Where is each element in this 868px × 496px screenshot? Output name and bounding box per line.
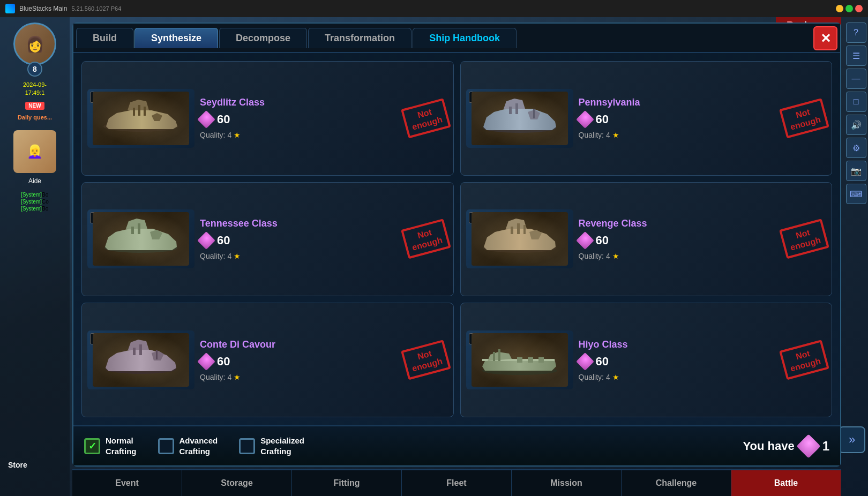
left-sidebar: 👩 8 2024-09-17:49:1 NEW Daily ques... 👱‍… [0,17,70,496]
maximize-button[interactable] [845,5,853,12]
gem-icon-6 [576,352,594,371]
quality-label-5: Quality: [200,373,225,381]
tab-ship-handbook[interactable]: Ship Handbook [413,28,517,48]
cost-row-5: 60 [200,355,448,369]
ship-card-2[interactable]: BB P [460,61,833,176]
gem-icon-3 [197,231,215,250]
normal-crafting-option[interactable]: ✓ NormalCrafting [84,435,137,456]
star-6: ★ [612,373,619,381]
ship-info-6: Hiyo Class 60 Quality: 4 ★ [579,339,827,381]
help-icon[interactable]: ? [846,22,866,43]
cost-number-1: 60 [217,112,230,126]
sound-icon[interactable]: 🔊 [846,115,866,135]
ship-card-4[interactable]: BB R [460,182,833,297]
daily-quest-label[interactable]: Daily ques... [18,114,52,121]
ship-image-3: BB [87,209,194,268]
ship-name-3: Tennessee Class [200,218,448,229]
normal-crafting-checkbox[interactable]: ✓ [84,438,100,454]
close-panel-button[interactable]: ✕ [813,26,837,50]
store-button[interactable]: Store [8,461,27,469]
expand-icon[interactable]: □ [846,92,866,112]
quality-value-2: 4 [606,131,610,139]
svg-rect-17 [139,344,142,355]
svg-rect-14 [523,225,526,234]
quality-value-5: 4 [227,373,231,381]
nav-storage-label: Storage [221,478,253,488]
specialized-crafting-checkbox[interactable] [239,438,255,454]
player-avatar[interactable]: 👩 [13,22,56,65]
ship-svg-1 [98,97,184,140]
tab-synthesize[interactable]: Synthesize [134,28,218,48]
ship-svg-2 [477,97,563,140]
ship-grid: BC S [73,53,840,425]
window-controls [836,5,863,12]
ship-card-1[interactable]: BC S [81,61,454,176]
quality-row-1: Quality: 4 ★ [200,131,448,139]
nav-mission[interactable]: Mission [512,470,622,496]
tab-ship-handbook-label: Ship Handbook [429,33,500,43]
menu-icon[interactable]: ☰ [846,46,866,66]
minimize-icon[interactable]: — [846,69,866,89]
ship-svg-3 [98,217,184,260]
quality-label-2: Quality: [579,131,604,139]
svg-rect-21 [493,352,495,361]
cost-row-1: 60 [200,112,448,126]
player-level: 8 [27,62,42,77]
star-1: ★ [234,131,241,139]
nav-battle-label: Battle [774,478,798,488]
ship-info-3: Tennessee Class 60 Quality: 4 ★ [200,218,448,260]
cost-row-6: 60 [579,355,827,369]
tab-decompose[interactable]: Decompose [219,28,307,48]
cost-number-3: 60 [217,234,230,247]
svg-rect-3 [144,107,146,116]
minimize-button[interactable] [836,5,843,12]
nav-challenge[interactable]: Challenge [622,470,731,496]
aide-avatar[interactable]: 👱‍♀️ [13,130,56,173]
keyboard-icon[interactable]: ⌨ [846,184,866,204]
ship-card-6[interactable]: CVL [460,303,833,417]
svg-rect-2 [138,105,140,116]
tab-bar: Build Synthesize Decompose Transformatio… [73,24,840,53]
nav-fitting[interactable]: Fitting [292,470,402,496]
ship-svg-5 [98,339,184,381]
ship-card-5[interactable]: BB C [81,303,454,417]
star-5: ★ [234,373,241,381]
settings-icon[interactable]: ⚙ [846,138,866,158]
svg-rect-18 [156,350,158,359]
nav-fleet[interactable]: Fleet [402,470,512,496]
nav-event[interactable]: Event [72,470,182,496]
quality-value-1: 4 [227,131,231,139]
forward-button[interactable]: » [839,426,865,453]
quality-label-6: Quality: [579,373,604,381]
gem-icon-2 [576,110,594,129]
nav-battle[interactable]: Battle [731,470,841,496]
ship-name-4: Revenge Class [579,218,827,229]
gem-icon-5 [197,352,215,371]
advanced-crafting-checkbox[interactable] [158,438,174,454]
svg-rect-1 [133,108,135,116]
tab-transformation[interactable]: Transformation [308,28,411,48]
ship-svg-6 [477,339,563,381]
ship-svg-4 [477,217,563,260]
advanced-crafting-label: AdvancedCrafting [179,435,218,456]
aide-label: Aide [28,177,41,185]
screenshot-icon[interactable]: 📷 [846,161,866,181]
svg-rect-13 [517,223,520,234]
sys-msg-2: [System]Co [21,199,49,205]
quality-label-4: Quality: [579,252,604,260]
specialized-crafting-option[interactable]: SpecializedCrafting [239,435,304,456]
cost-number-2: 60 [596,112,609,126]
you-have-text: You have [743,439,794,453]
ship-info-4: Revenge Class 60 Quality: 4 ★ [579,218,827,260]
close-window-button[interactable] [855,5,863,12]
tab-decompose-label: Decompose [236,33,290,43]
tab-build[interactable]: Build [76,28,133,48]
ship-image-6: CVL [466,330,573,389]
advanced-crafting-option[interactable]: AdvancedCrafting [158,435,218,456]
quality-row-6: Quality: 4 ★ [579,373,827,381]
ship-card-3[interactable]: BB Tennessee Class [81,182,454,297]
nav-storage[interactable]: Storage [182,470,292,496]
bluestacks-titlebar: BlueStacks Main 5.21.560.1027 P64 [0,0,868,17]
nav-event-label: Event [115,478,139,488]
svg-rect-7 [533,109,535,118]
